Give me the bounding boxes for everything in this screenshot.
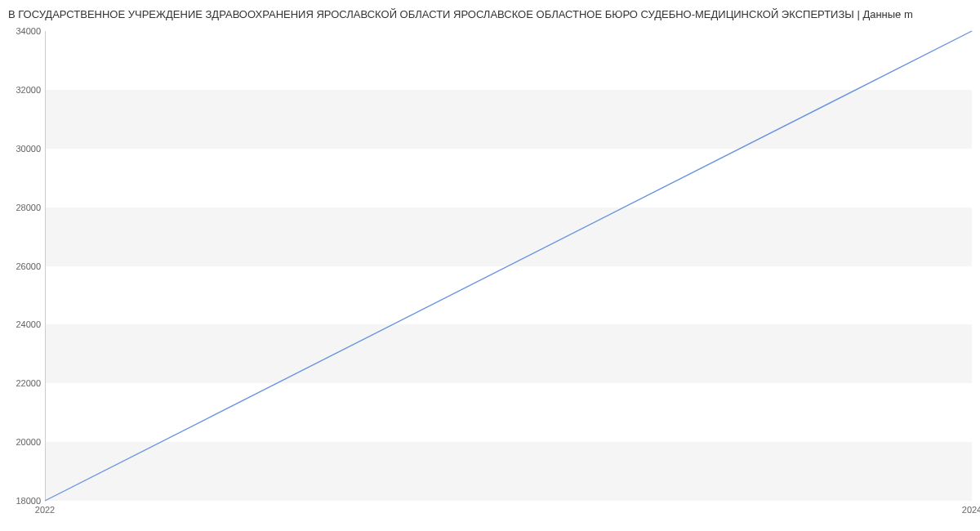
- y-tick-label: 34000: [0, 26, 41, 36]
- y-tick-label: 30000: [0, 144, 41, 154]
- chart-title: В ГОСУДАРСТВЕННОЕ УЧРЕЖДЕНИЕ ЗДРАВООХРАН…: [0, 0, 980, 20]
- y-tick-label: 22000: [0, 378, 41, 388]
- data-line: [45, 31, 972, 501]
- x-tick-label: 2024: [962, 505, 980, 515]
- y-tick-label: 20000: [0, 437, 41, 447]
- y-tick-label: 28000: [0, 203, 41, 212]
- y-tick-label: 24000: [0, 319, 41, 329]
- chart-plot-area: [45, 31, 972, 501]
- y-tick-label: 32000: [0, 85, 41, 95]
- y-tick-label: 26000: [0, 261, 41, 271]
- line-series: [45, 31, 972, 501]
- x-tick-label: 2022: [35, 505, 55, 515]
